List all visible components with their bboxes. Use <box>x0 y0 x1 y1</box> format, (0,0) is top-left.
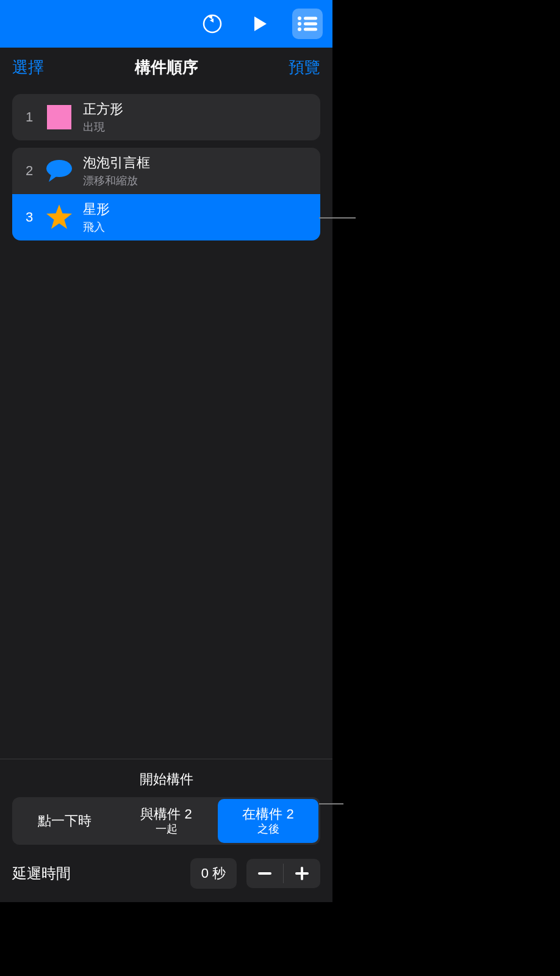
svg-rect-9 <box>258 872 271 875</box>
undo-button[interactable] <box>197 9 228 39</box>
preview-button[interactable]: 預覽 <box>289 57 320 78</box>
svg-point-8 <box>46 160 72 177</box>
seg-label: 在構件 2 <box>242 806 293 822</box>
build-group: 2 泡泡引言框 漂移和縮放 3 <box>12 148 320 240</box>
svg-point-5 <box>298 27 301 31</box>
list-icon <box>296 15 318 33</box>
square-icon <box>45 103 73 131</box>
seg-label: 點一下時 <box>38 813 92 829</box>
seg-sublabel: 之後 <box>257 823 279 836</box>
svg-rect-11 <box>295 872 309 875</box>
seg-sublabel: 一起 <box>156 823 178 836</box>
svg-point-1 <box>298 16 301 20</box>
build-title: 正方形 <box>83 100 123 118</box>
panel-title: 構件順序 <box>135 57 198 78</box>
build-number: 3 <box>23 209 35 225</box>
build-number: 2 <box>23 163 35 179</box>
minus-icon <box>258 872 271 875</box>
build-order-panel: 選擇 構件順序 預覽 1 正方形 出現 2 <box>0 0 332 902</box>
stepper-minus[interactable] <box>246 859 283 888</box>
select-button[interactable]: 選擇 <box>12 57 44 78</box>
svg-rect-2 <box>304 17 317 20</box>
build-subtitle: 漂移和縮放 <box>83 173 150 188</box>
svg-rect-4 <box>304 23 317 26</box>
build-title: 星形 <box>83 200 110 219</box>
build-list: 1 正方形 出現 2 泡泡引言框 漂移和縮放 <box>0 87 332 240</box>
build-list-button[interactable] <box>292 9 323 39</box>
start-with-build[interactable]: 與構件 2 一起 <box>116 799 217 843</box>
svg-rect-6 <box>304 28 317 31</box>
build-item-1[interactable]: 1 正方形 出現 <box>12 94 320 140</box>
build-title: 泡泡引言框 <box>83 154 150 172</box>
delay-row: 延遲時間 0 秒 <box>12 858 320 889</box>
start-after-build[interactable]: 在構件 2 之後 <box>218 799 318 843</box>
delay-stepper <box>246 859 320 888</box>
start-build-section: 開始構件 點一下時 與構件 2 一起 在構件 2 之後 延遲時間 0 秒 <box>0 759 332 902</box>
build-item-2[interactable]: 2 泡泡引言框 漂移和縮放 <box>12 148 320 194</box>
delay-value: 0 秒 <box>190 858 237 889</box>
svg-point-3 <box>298 22 301 26</box>
build-subtitle: 出現 <box>83 120 123 134</box>
build-number: 1 <box>23 109 35 125</box>
start-on-click[interactable]: 點一下時 <box>14 799 115 843</box>
undo-icon <box>201 13 223 35</box>
callout-line <box>319 803 343 804</box>
callout-line <box>319 217 356 219</box>
build-subtitle: 飛入 <box>83 220 110 234</box>
panel-header: 選擇 構件順序 預覽 <box>0 48 332 87</box>
star-icon <box>45 203 73 231</box>
start-segmented-control: 點一下時 與構件 2 一起 在構件 2 之後 <box>12 797 320 845</box>
toolbar <box>0 0 332 48</box>
svg-rect-7 <box>47 105 71 129</box>
build-item-3[interactable]: 3 星形 飛入 <box>12 194 320 240</box>
speech-bubble-icon <box>45 157 73 185</box>
delay-label: 延遲時間 <box>12 864 181 883</box>
start-build-label: 開始構件 <box>12 770 320 789</box>
plus-icon <box>295 867 309 880</box>
seg-label: 與構件 2 <box>140 806 192 822</box>
play-button[interactable] <box>245 9 275 39</box>
stepper-plus[interactable] <box>284 859 320 888</box>
play-icon <box>251 15 269 33</box>
